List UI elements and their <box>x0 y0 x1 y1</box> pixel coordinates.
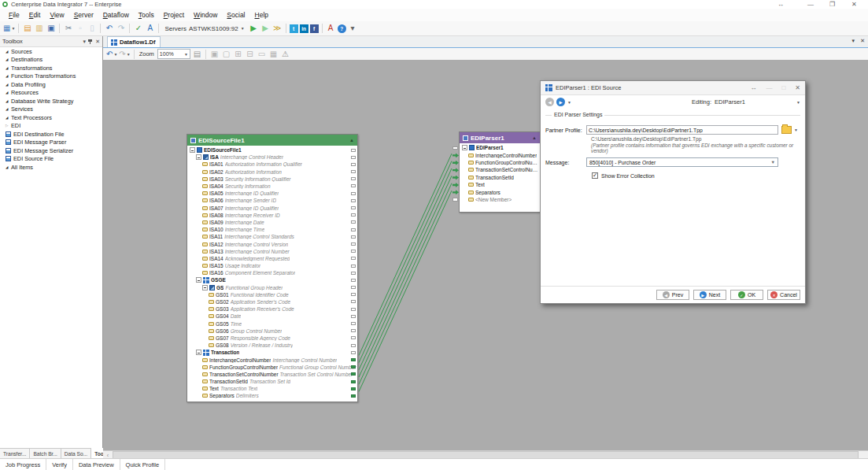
restore-button[interactable]: ❐ <box>829 0 845 9</box>
close-icon[interactable]: ✕ <box>95 39 100 45</box>
verify-icon[interactable]: ✓ <box>133 23 143 34</box>
output-port[interactable] <box>351 206 356 209</box>
tree-row-gs01[interactable]: GS01Functional Identifier Code <box>187 291 357 298</box>
tree-row-isa12[interactable]: ISA12Interchange Control Version <box>187 240 357 247</box>
tree-row-transactionsetid[interactable]: TransactionSetId <box>460 174 540 181</box>
open-icon[interactable]: ▥ <box>34 23 44 34</box>
menu-project[interactable]: Project <box>159 9 189 20</box>
redo-icon[interactable]: ↷▼ <box>119 49 130 60</box>
output-port[interactable] <box>351 213 356 216</box>
tree-row-functiongroupcontrolnumber[interactable]: FunctionGroupControlNumber <box>460 159 540 166</box>
collapse-icon[interactable]: ▲ <box>349 138 354 142</box>
copy-icon[interactable]: ▫ <box>75 23 85 34</box>
output-port[interactable] <box>351 322 356 325</box>
format-icon[interactable]: A <box>145 23 155 34</box>
dock-arrows-icon[interactable]: ↔ <box>778 0 793 9</box>
input-port[interactable] <box>452 146 458 150</box>
close-button[interactable]: ✕ <box>851 0 867 9</box>
output-port[interactable] <box>351 365 356 368</box>
auto-layout-icon[interactable]: ▭ <box>257 49 267 60</box>
tree-row-ediparser1[interactable]: EDIParser1 <box>460 144 540 151</box>
browse-folder-icon[interactable] <box>781 126 792 134</box>
tree-row-text[interactable]: Text <box>460 181 540 188</box>
tree-row-gs02[interactable]: GS02Application Sender's Code <box>187 298 357 305</box>
tree-row-transactionsetcontrolnumber[interactable]: TransactionSetControlNumber <box>460 166 540 173</box>
input-port[interactable] <box>452 198 458 202</box>
toolbox-item-database-write-strategy[interactable]: ◢Database Write Strategy <box>0 97 102 105</box>
toolbox-item-edi[interactable]: ▷EDI <box>0 122 102 131</box>
output-port[interactable] <box>351 199 356 202</box>
menu-social[interactable]: Social <box>222 9 249 20</box>
output-port[interactable] <box>351 235 356 239</box>
output-port[interactable] <box>351 315 356 318</box>
batch-icon[interactable]: ≫ <box>272 23 283 34</box>
linkedin-icon[interactable]: in <box>300 24 308 33</box>
tree-row-gs07[interactable]: GS07Responsible Agency Code <box>187 335 357 342</box>
tree-row-isa10[interactable]: ISA10Interchange Time <box>187 226 357 233</box>
output-port[interactable] <box>351 387 356 390</box>
toolbox-item-services[interactable]: ◢Services <box>0 105 102 114</box>
save-icon[interactable]: ▣ <box>46 23 56 34</box>
menu-help[interactable]: Help <box>250 9 273 20</box>
tree-row-isa[interactable]: ISAInterchange Control Header <box>187 154 357 161</box>
back-button[interactable]: ◀ <box>545 98 554 106</box>
output-port[interactable] <box>351 380 356 383</box>
run-icon[interactable]: ▶ <box>249 23 259 34</box>
node-edisourcefile1[interactable]: EDISourceFile1 ▲ EDISourceFile1ISAInterc… <box>187 134 358 402</box>
input-port[interactable] <box>452 190 459 194</box>
footer-tab-verify[interactable]: Verify <box>46 459 73 470</box>
grid-icon[interactable]: ▦ <box>268 49 279 60</box>
output-port[interactable] <box>351 272 356 275</box>
expander-minus-icon[interactable] <box>196 350 201 355</box>
toolbox-item-edi-message-serializer[interactable]: EDI Message Serializer <box>0 146 102 155</box>
node-header[interactable]: EDISourceFile1 ▲ <box>187 135 357 146</box>
undo-icon[interactable]: ↶▼ <box>106 49 117 60</box>
input-port[interactable] <box>452 161 459 165</box>
redo-icon[interactable]: ↷ <box>116 23 126 34</box>
tree-row-interchangecontrolnumber[interactable]: InterchangeControlNumberInterchange Cont… <box>187 356 357 363</box>
chevron-down-icon[interactable]: ▼ <box>794 128 798 132</box>
output-port[interactable] <box>351 228 356 231</box>
close-document-icon[interactable]: ✕ <box>860 38 865 44</box>
editing-combo[interactable]: Editing: EDIParser1 ▼ <box>692 98 800 105</box>
forward-button[interactable]: ▶ <box>556 98 565 106</box>
tree-row-separators[interactable]: Separators <box>460 188 540 195</box>
collapse-all-icon[interactable]: ⊟ <box>245 49 255 60</box>
tree-row-gsge[interactable]: GSGE <box>187 276 357 283</box>
minimize-button[interactable]: — <box>807 0 823 9</box>
output-port[interactable] <box>351 300 356 303</box>
menu-file[interactable]: File <box>4 9 24 20</box>
chevron-down-icon[interactable]: ▼ <box>567 100 571 105</box>
tree-row-interchangecontrolnumber[interactable]: InterchangeControlNumber <box>460 151 540 158</box>
output-port[interactable] <box>351 257 356 260</box>
output-port[interactable] <box>351 336 356 339</box>
tab-dataflow1[interactable]: Dataflow1.Df <box>107 36 161 47</box>
output-port[interactable] <box>351 372 356 376</box>
tree-row-edisourcefile1[interactable]: EDISourceFile1 <box>187 146 357 154</box>
input-port[interactable] <box>452 153 459 157</box>
tree-row-isa09[interactable]: ISA09Interchange Date <box>187 219 357 226</box>
add-new-icon[interactable]: ▦▼ <box>3 23 15 34</box>
pin-icon[interactable] <box>88 39 93 45</box>
output-port[interactable] <box>351 149 356 152</box>
ok-button[interactable]: ✓OK <box>730 290 763 300</box>
twitter-icon[interactable]: t <box>290 24 298 33</box>
new-file-icon[interactable]: ▤ <box>22 23 32 34</box>
output-port[interactable] <box>351 156 356 159</box>
output-port[interactable] <box>351 265 356 268</box>
partner-profile-input[interactable] <box>586 125 778 135</box>
maximize-icon[interactable]: □ <box>781 84 785 91</box>
output-port[interactable] <box>351 163 356 166</box>
output-port[interactable] <box>351 242 356 246</box>
tree-row-isa14[interactable]: ISA14Acknowledgment Requested <box>187 255 357 262</box>
tree-row-functiongroupcontrolnumber[interactable]: FunctionGroupControlNumberFunctional Gro… <box>187 364 357 371</box>
input-port[interactable] <box>452 168 459 172</box>
toolbox-item-data-profiling[interactable]: ◢Data Profiling <box>0 80 102 89</box>
tree-row-isa02[interactable]: ISA02Authorization Information <box>187 168 357 176</box>
tree-row-isa08[interactable]: ISA08Interchange Receiver ID <box>187 212 357 219</box>
dock-arrows-icon[interactable]: ↔ <box>750 84 756 91</box>
menu-server[interactable]: Server <box>69 9 98 20</box>
scroll-left-icon[interactable]: ‹ <box>103 453 113 458</box>
tree-row-gs03[interactable]: GS03Application Receiver's Code <box>187 305 357 313</box>
footer-tab-data-preview[interactable]: Data Preview <box>73 459 120 470</box>
